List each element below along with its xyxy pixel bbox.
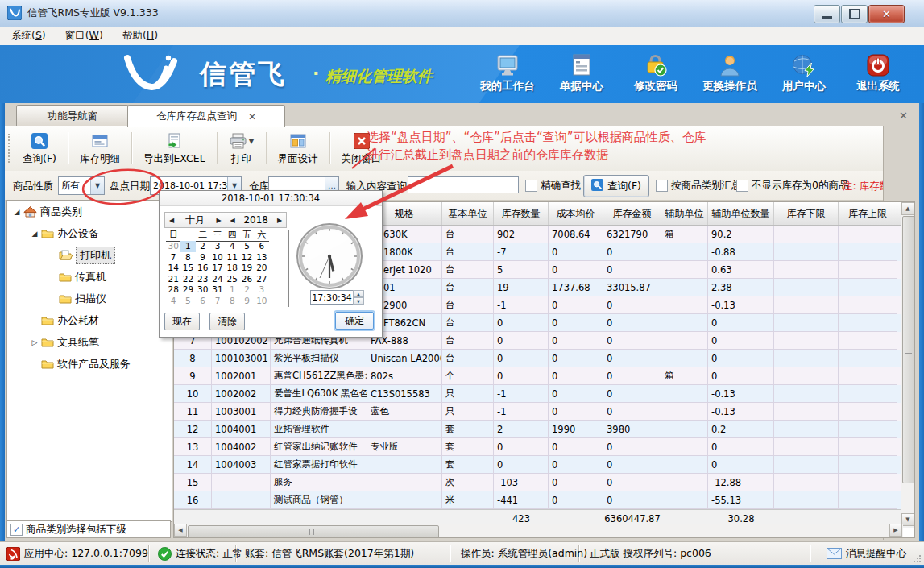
- cell[interactable]: 0: [603, 296, 661, 314]
- calendar-day[interactable]: 16: [196, 263, 210, 274]
- cell[interactable]: 1737.68: [549, 279, 603, 296]
- spin-up-icon[interactable]: ▲: [353, 290, 364, 297]
- cell[interactable]: 测试商品（钢管）: [271, 491, 367, 509]
- banner-action-power[interactable]: 退出系统: [847, 52, 909, 93]
- banner-action-globe[interactable]: 用户中心: [773, 52, 835, 93]
- tree-item-办公耗材[interactable]: 办公耗材: [7, 309, 172, 331]
- cell[interactable]: 1003001: [212, 403, 271, 421]
- cell[interactable]: [774, 491, 839, 509]
- cell[interactable]: [839, 438, 897, 456]
- cell[interactable]: 902: [494, 226, 549, 243]
- calendar-day[interactable]: 28: [166, 284, 180, 296]
- cell[interactable]: 0: [549, 243, 603, 261]
- cell[interactable]: 1990: [549, 421, 603, 438]
- cell[interactable]: 台: [442, 243, 494, 261]
- cell[interactable]: [661, 403, 708, 421]
- cell[interactable]: 紫光平板扫描仪: [271, 350, 367, 367]
- toolbar-button-printer[interactable]: ▼打印: [221, 130, 263, 168]
- ok-button[interactable]: 确定: [335, 312, 374, 330]
- horizontal-scrollbar[interactable]: ◀ ▶: [174, 524, 903, 537]
- cell[interactable]: 台: [442, 350, 494, 367]
- tree-item-软件产品及服务[interactable]: 软件产品及服务: [7, 353, 172, 375]
- cell[interactable]: 0: [603, 261, 661, 279]
- cell[interactable]: 2: [494, 421, 549, 438]
- calendar-day[interactable]: 2: [239, 284, 254, 296]
- cell[interactable]: 19: [494, 279, 549, 296]
- cell[interactable]: 台: [442, 279, 494, 296]
- cell[interactable]: 箱: [661, 226, 708, 243]
- cell[interactable]: [839, 314, 897, 332]
- cell[interactable]: 1002001: [212, 367, 271, 385]
- hide-zero-stock-checkbox[interactable]: 不显示库存为0的商品: [736, 179, 848, 193]
- cell[interactable]: 0: [494, 438, 549, 456]
- cell[interactable]: [661, 243, 708, 261]
- vertical-scrollbar[interactable]: ▲ ▼: [901, 202, 914, 526]
- cell[interactable]: [839, 474, 897, 491]
- query-button[interactable]: 查询(F): [583, 175, 649, 197]
- minimize-button[interactable]: [814, 5, 840, 23]
- calendar-day[interactable]: 29: [180, 284, 195, 296]
- clear-button[interactable]: 清除: [209, 313, 245, 330]
- cell[interactable]: 2.38: [708, 279, 774, 296]
- cell[interactable]: 16: [174, 491, 212, 509]
- calendar-day[interactable]: 3: [255, 284, 269, 296]
- cell[interactable]: 0: [603, 332, 661, 350]
- cell[interactable]: 0: [603, 350, 661, 367]
- next-month-icon[interactable]: ▶: [213, 217, 226, 224]
- include-sub-checkbox[interactable]: ✓ 商品类别选择包括下级: [10, 523, 126, 537]
- cell[interactable]: [774, 438, 839, 456]
- column-header-6[interactable]: 成本均价: [549, 202, 603, 225]
- cell[interactable]: 0.63: [708, 261, 774, 279]
- calendar-day[interactable]: 5: [239, 241, 254, 252]
- cell[interactable]: -0.13: [708, 385, 774, 403]
- calendar-day[interactable]: 4: [166, 296, 180, 307]
- calendar-day[interactable]: 20: [255, 263, 269, 274]
- banner-action-document[interactable]: 单据中心: [550, 52, 613, 93]
- cell[interactable]: [661, 456, 708, 474]
- cell[interactable]: [212, 491, 271, 509]
- calendar-day[interactable]: 9: [196, 252, 210, 263]
- cell[interactable]: 爱普生LQ630K 黑色色: [271, 385, 367, 403]
- cell[interactable]: -0.88: [708, 243, 774, 261]
- tree-item-打印机[interactable]: 打印机: [7, 244, 172, 266]
- calendar-day[interactable]: 18: [225, 263, 239, 274]
- cell[interactable]: [774, 296, 839, 314]
- chevron-down-icon[interactable]: ▼: [90, 177, 104, 194]
- cell[interactable]: [774, 332, 839, 350]
- cell[interactable]: 10: [174, 385, 212, 403]
- cell[interactable]: 红管家出纳记账软件: [271, 438, 367, 456]
- calendar-day[interactable]: 17: [210, 263, 225, 274]
- time-field[interactable]: 17:30:34: [310, 290, 354, 305]
- cell[interactable]: 33015.87: [603, 279, 661, 296]
- cell[interactable]: 0: [549, 491, 603, 509]
- calendar-day[interactable]: 5: [180, 296, 195, 307]
- cell[interactable]: 惠普CH561ZZ黑色墨盒: [271, 367, 367, 385]
- cell[interactable]: 1004002: [212, 438, 271, 456]
- cell[interactable]: 802s: [367, 367, 442, 385]
- cell[interactable]: 米: [442, 491, 494, 509]
- cell[interactable]: 0: [494, 456, 549, 474]
- cell[interactable]: 100103001: [212, 350, 271, 367]
- banner-action-lock-check[interactable]: 修改密码: [624, 52, 687, 93]
- column-header-8[interactable]: 辅助单位: [661, 202, 708, 225]
- calendar-day[interactable]: 1: [180, 241, 195, 252]
- cell[interactable]: [839, 367, 897, 385]
- cell[interactable]: C13S015583: [367, 385, 442, 403]
- cell[interactable]: [839, 332, 897, 350]
- cell[interactable]: 0: [603, 403, 661, 421]
- cell[interactable]: 台: [442, 261, 494, 279]
- cell[interactable]: -55.13: [708, 491, 774, 509]
- calendar-day[interactable]: 14: [166, 263, 180, 274]
- close-button[interactable]: ✕: [868, 5, 905, 23]
- cell[interactable]: 0: [549, 314, 603, 332]
- cell[interactable]: 0: [549, 261, 603, 279]
- calendar-day[interactable]: 31: [210, 284, 225, 296]
- calendar-day[interactable]: 8: [225, 296, 239, 307]
- toolbar-button-search[interactable]: 查询(F): [15, 130, 64, 168]
- calendar-day[interactable]: 1: [225, 284, 239, 296]
- banner-action-operator[interactable]: 更换操作员: [698, 52, 761, 93]
- toolbar-button-excel-export[interactable]: 导出到EXCEL: [135, 130, 213, 168]
- cell[interactable]: 0: [708, 332, 774, 350]
- cell[interactable]: 专业版: [367, 438, 442, 456]
- cell[interactable]: 0: [708, 438, 774, 456]
